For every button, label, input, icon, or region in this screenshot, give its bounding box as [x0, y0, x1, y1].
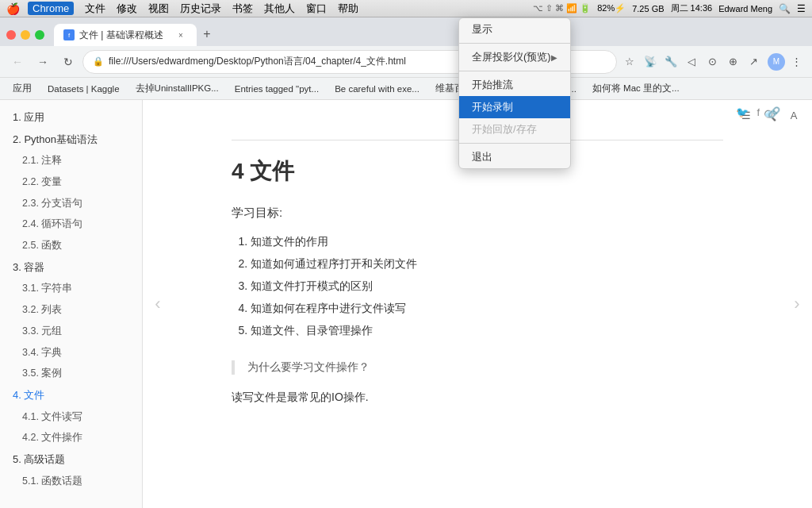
bookmark-3-label: 去掉UninstallIPKG... — [136, 83, 219, 94]
bookmark-5[interactable]: Be careful with exe... — [328, 83, 426, 95]
dropdown-item-display[interactable]: 显示 — [459, 18, 570, 40]
menubar-time: 周二 14:36 — [671, 2, 713, 14]
sidebar-item-3-1[interactable]: 3.1. 字符串 — [0, 278, 142, 299]
sidebar-item-section3[interactable]: 3. 容器 — [0, 256, 142, 279]
window-maximize-button[interactable] — [35, 30, 44, 40]
menubar-battery: 82%⚡ — [597, 3, 626, 13]
objective-4: 知道如何在程序中进行文件读写 — [251, 297, 723, 319]
sidebar-item-4-2[interactable]: 4.2. 文件操作 — [0, 427, 142, 448]
menubar-storage: 7.25 GB — [632, 4, 664, 13]
body-text: 读写文件是最常见的IO操作. — [232, 387, 723, 407]
bookmark-kaggle-label: Datasets | Kaggle — [48, 84, 120, 94]
reload-button[interactable]: ↻ — [57, 51, 79, 73]
chrome-cast-button[interactable]: 📡 — [641, 52, 660, 71]
sidebar-item-4-1[interactable]: 4.1. 文件读写 — [0, 406, 142, 428]
page-social: 🐦 f 🔗 — [736, 106, 780, 118]
menubar-edit[interactable]: 修改 — [117, 2, 137, 16]
twitter-icon[interactable]: 🐦 — [736, 106, 749, 118]
menubar-view[interactable]: 视图 — [148, 2, 169, 16]
bookmark-star-button[interactable]: ☆ — [620, 52, 639, 71]
dropdown-item-fullscreen[interactable]: 全屏投影仪(预览) ▶ — [459, 46, 570, 68]
objective-5: 知道文件、目录管理操作 — [251, 319, 723, 341]
menubar: 🍎 Chrome 文件 修改 视图 历史记录 书签 其他人 窗口 帮助 ⌥ ⇧ … — [0, 0, 812, 17]
chrome-window: f 文件 | 基础课程概述 × + ← → ↻ 🔒 file:///Users/… — [0, 17, 812, 508]
menubar-search-icon[interactable]: 🔍 — [779, 3, 791, 14]
dropdown-item-quit[interactable]: 退出 — [459, 146, 570, 168]
bookmark-8[interactable]: 如何将 Mac 里的文... — [586, 81, 686, 96]
quote-block: 为什么要学习文件操作？ — [232, 360, 723, 375]
sidebar-item-3-2[interactable]: 3.2. 列表 — [0, 299, 142, 321]
tab-close-button[interactable]: × — [174, 29, 187, 41]
menubar-help[interactable]: 帮助 — [338, 2, 358, 16]
objectives-list: 知道文件的作用 知道如何通过程序打开和关闭文件 知道文件打开模式的区别 知道如何… — [232, 230, 723, 341]
dropdown-item-record[interactable]: 开始录制 — [459, 96, 570, 118]
extension-btn1[interactable]: 🔧 — [661, 52, 680, 71]
sidebar-item-3-5[interactable]: 3.5. 案例 — [0, 363, 142, 384]
sidebar-item-3-4[interactable]: 3.4. 字典 — [0, 342, 142, 364]
sidebar-item-5-1[interactable]: 5.1. 函数话题 — [0, 471, 142, 492]
bookmark-kaggle[interactable]: Datasets | Kaggle — [41, 83, 126, 95]
dropdown-arrow-1: ▶ — [551, 53, 557, 62]
share-button[interactable]: ↗ — [744, 52, 763, 71]
window-minimize-button[interactable] — [21, 30, 30, 40]
bookmark-5-label: Be careful with exe... — [335, 84, 419, 94]
menubar-chrome[interactable]: Chrome — [28, 2, 74, 15]
objectives-title: 学习目标: — [232, 206, 723, 221]
bookmark-8-label: 如何将 Mac 里的文... — [592, 83, 680, 94]
menubar-window[interactable]: 窗口 — [306, 2, 327, 16]
chrome-tab-active[interactable]: f 文件 | 基础课程概述 × — [54, 24, 197, 46]
sidebar-item-3-3[interactable]: 3.3. 元组 — [0, 321, 142, 342]
menubar-status-icons: ⌥ ⇧ ⌘ 📶 🔋 — [533, 3, 591, 13]
chrome-toolbar: ← → ↻ 🔒 file:///Users/edwardmeng/Desktop… — [0, 46, 812, 78]
sidebar-item-2-2[interactable]: 2.2. 变量 — [0, 171, 142, 193]
menubar-user: Edward Meng — [718, 4, 772, 13]
dropdown-menu: 显示 全屏投影仪(预览) ▶ 开始推流 开始录制 开始回放/存存 退出 — [458, 17, 571, 169]
sidebar-item-2-3[interactable]: 2.3. 分支语句 — [0, 193, 142, 214]
bookmark-3[interactable]: 去掉UninstallIPKG... — [129, 81, 225, 96]
sidebar-item-section5[interactable]: 5. 高级话题 — [0, 448, 142, 471]
objective-3: 知道文件打开模式的区别 — [251, 275, 723, 297]
dropdown-separator-2 — [459, 71, 570, 71]
sidebar: 1. 应用 2. Python基础语法 2.1. 注释 2.2. 变量 2.3.… — [0, 100, 143, 508]
pres-btn-3[interactable]: A — [785, 106, 802, 124]
bookmark-4-label: Entries tagged "pyt... — [235, 84, 319, 94]
nav-prev-button[interactable]: ‹ — [146, 284, 170, 324]
bookmark-apps[interactable]: 应用 — [6, 81, 38, 96]
menubar-bookmarks[interactable]: 书签 — [232, 2, 253, 16]
sidebar-item-2-4[interactable]: 2.4. 循环语句 — [0, 214, 142, 235]
tab-title: 文件 | 基础课程概述 — [79, 29, 170, 42]
objective-2: 知道如何通过程序打开和关闭文件 — [251, 252, 723, 275]
sidebar-item-section1[interactable]: 1. 应用 — [0, 106, 142, 129]
facebook-icon[interactable]: f — [756, 106, 760, 118]
sidebar-item-section4[interactable]: 4. 文件 — [0, 384, 142, 406]
extension-btn3[interactable]: ⊙ — [703, 52, 722, 71]
new-tab-button[interactable]: + — [197, 24, 217, 44]
window-close-button[interactable] — [6, 30, 16, 40]
bookmark-4[interactable]: Entries tagged "pyt... — [228, 83, 325, 95]
menubar-history[interactable]: 历史记录 — [180, 2, 221, 16]
bookmark-apps-label: 应用 — [13, 83, 32, 94]
bookmarks-bar: 应用 Datasets | Kaggle 去掉UninstallIPKG... … — [0, 78, 812, 100]
extension-btn4[interactable]: ⊕ — [723, 52, 742, 71]
content-area: 1. 应用 2. Python基础语法 2.1. 注释 2.2. 变量 2.3.… — [0, 100, 812, 508]
sidebar-item-section2[interactable]: 2. Python基础语法 — [0, 129, 142, 151]
profile-button[interactable]: M — [768, 53, 785, 71]
sidebar-item-2-5[interactable]: 2.5. 函数 — [0, 235, 142, 256]
dropdown-item-replay: 开始回放/存存 — [459, 118, 570, 140]
chrome-titlebar: f 文件 | 基础课程概述 × + — [0, 17, 812, 46]
back-button[interactable]: ← — [6, 51, 29, 73]
dropdown-item-stream[interactable]: 开始推流 — [459, 74, 570, 96]
sidebar-item-2-1[interactable]: 2.1. 注释 — [0, 150, 142, 171]
chrome-menu-button[interactable]: ⋮ — [787, 52, 806, 71]
nav-next-button[interactable]: › — [785, 284, 809, 324]
objective-1: 知道文件的作用 — [251, 230, 723, 252]
forward-button[interactable]: → — [32, 51, 54, 73]
tab-favicon: f — [63, 29, 75, 40]
menubar-file[interactable]: 文件 — [85, 2, 105, 16]
toolbar-right: ☆ 📡 🔧 ◁ ⊙ ⊕ ↗ M ⋮ — [620, 52, 806, 71]
extension-btn2[interactable]: ◁ — [682, 52, 701, 71]
share-link-icon[interactable]: 🔗 — [768, 106, 780, 118]
apple-icon[interactable]: 🍎 — [6, 2, 20, 15]
menubar-menu-icon[interactable]: ☰ — [797, 3, 806, 14]
menubar-other[interactable]: 其他人 — [264, 2, 295, 16]
